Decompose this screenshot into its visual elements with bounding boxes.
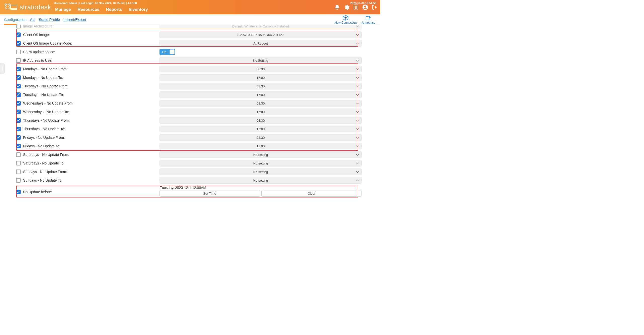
checkbox[interactable]: [16, 152, 21, 157]
dropdown[interactable]: No Setting: [159, 57, 362, 64]
settings-row: Thursdays - No Update From:08:30: [16, 116, 362, 125]
gear-icon[interactable]: [344, 4, 350, 10]
nav-manage[interactable]: Manage: [52, 6, 74, 14]
checkbox[interactable]: [16, 92, 21, 97]
user-icon[interactable]: [362, 4, 368, 10]
settings-row: Tuesdays - No Update From:08:30: [16, 82, 362, 90]
settings-row: IP Address to Use:No Setting: [16, 56, 362, 65]
bell-icon[interactable]: [334, 4, 340, 10]
clear-button[interactable]: Clear: [261, 190, 362, 197]
dropdown[interactable]: At Reboot: [159, 40, 362, 47]
row-label: Saturdays - No Update From:: [23, 153, 69, 157]
svg-rect-0: [11, 5, 17, 10]
row-value: 08:30: [159, 117, 362, 124]
chevron-down-icon: [356, 102, 359, 105]
row-label: Wednesdays - No Update From:: [23, 101, 74, 105]
row-value: No setting: [159, 160, 362, 166]
row-label: No Update before:: [23, 190, 52, 194]
checkbox[interactable]: [16, 75, 21, 80]
row-value: 17:00: [159, 109, 362, 115]
settings-row: Sundays - No Update From:No setting: [16, 168, 362, 176]
checkbox[interactable]: [16, 118, 21, 123]
toggle[interactable]: On: [159, 49, 175, 55]
row-label: Show update notice:: [23, 50, 55, 54]
row-label: Client OS image:: [23, 33, 50, 37]
row-label: Fridays - No Update To:: [23, 144, 60, 148]
dropdown[interactable]: 08:30: [159, 117, 362, 124]
dropdown[interactable]: 17:00: [159, 91, 362, 98]
dropdown[interactable]: No setting: [159, 151, 362, 158]
settings-row: Fridays - No Update From:08:30: [16, 133, 362, 142]
chevron-down-icon: [356, 136, 359, 140]
dropdown[interactable]: 08:30: [159, 66, 362, 72]
dropdown[interactable]: 08:30: [159, 134, 362, 141]
tab-import-export[interactable]: Import/Export: [63, 17, 86, 22]
header: stratodesk Username: admin | Last Login:…: [0, 0, 380, 14]
checkbox[interactable]: [16, 41, 21, 46]
logout-icon[interactable]: [372, 4, 378, 10]
bear-monitor-icon: [3, 3, 18, 12]
checkbox[interactable]: [16, 50, 21, 54]
settings-row: Show update notice:On: [16, 48, 362, 56]
row-value: 08:30: [159, 83, 362, 89]
tab-configuration[interactable]: Configuration: [4, 17, 26, 22]
row-value: No Setting: [159, 57, 362, 64]
settings-row: Mondays - No Update From:08:30: [16, 65, 362, 73]
chevron-down-icon: [356, 33, 359, 37]
dropdown[interactable]: 08:30: [159, 100, 362, 107]
checkbox[interactable]: [16, 84, 21, 88]
checkbox[interactable]: [16, 101, 21, 106]
chevron-down-icon: [356, 42, 359, 45]
document-icon[interactable]: [353, 4, 359, 10]
chevron-down-icon: [356, 110, 359, 114]
checkbox[interactable]: [16, 67, 21, 71]
nav-resources[interactable]: Resources: [74, 6, 103, 14]
chevron-down-icon: [356, 84, 359, 88]
dropdown[interactable]: 3.2.579d-EEs-k506-x64-201127: [159, 31, 362, 38]
checkbox[interactable]: [16, 135, 21, 140]
dropdown[interactable]: No setting: [159, 169, 362, 175]
row-value: No setting: [159, 151, 362, 158]
dropdown[interactable]: 17:00: [159, 109, 362, 115]
checkbox[interactable]: [16, 144, 21, 148]
checkbox[interactable]: [16, 32, 21, 37]
row-label: Sundays - No Update From:: [23, 170, 67, 174]
nav-tabs: Manage Resources Reports Inventory: [52, 6, 151, 14]
dropdown[interactable]: 17:00: [159, 143, 362, 149]
dropdown[interactable]: 17:00: [159, 74, 362, 81]
chevron-down-icon: [356, 76, 359, 80]
sidebar-handle[interactable]: [0, 63, 5, 74]
header-icons: [334, 0, 378, 14]
checkbox[interactable]: [16, 58, 21, 63]
dropdown[interactable]: No setting: [159, 160, 362, 166]
dropdown[interactable]: 08:30: [159, 83, 362, 89]
checkbox[interactable]: [16, 110, 21, 114]
row-label: Thursdays - No Update From:: [23, 118, 70, 122]
checkbox[interactable]: [16, 170, 21, 174]
chevron-down-icon: [356, 161, 359, 165]
dropdown[interactable]: 17:00: [159, 126, 362, 132]
announce-button[interactable]: Announce: [362, 15, 375, 24]
dropdown[interactable]: No setting: [159, 177, 362, 184]
row-label: IP Address to Use:: [23, 58, 52, 62]
checkbox[interactable]: [16, 161, 21, 165]
row-value: No setting: [159, 169, 362, 175]
chevron-down-icon: [356, 119, 359, 122]
checkbox[interactable]: [16, 127, 21, 131]
tab-acl[interactable]: Acl: [30, 17, 35, 22]
tab-static-profile[interactable]: Static Profile: [39, 17, 60, 22]
row-value: 17:00: [159, 126, 362, 132]
settings-row: Client OS image:3.2.579d-EEs-k506-x64-20…: [16, 30, 362, 39]
chevron-down-icon: [356, 153, 359, 157]
svg-point-6: [8, 6, 9, 7]
checkbox[interactable]: [16, 190, 21, 194]
checkbox[interactable]: [16, 178, 21, 183]
no-update-before-row: No Update before:Tuesday, 2020-12-1 12:0…: [16, 186, 362, 198]
nav-inventory[interactable]: Inventory: [125, 6, 151, 14]
settings-row: Client OS Image Update Mode:At Reboot: [16, 39, 362, 48]
share-icon: [365, 15, 372, 21]
nav-reports[interactable]: Reports: [103, 6, 125, 14]
row-value: 17:00: [159, 91, 362, 98]
new-connection-button[interactable]: New Connection: [335, 15, 357, 24]
set-time-button[interactable]: Set Time: [159, 190, 260, 197]
